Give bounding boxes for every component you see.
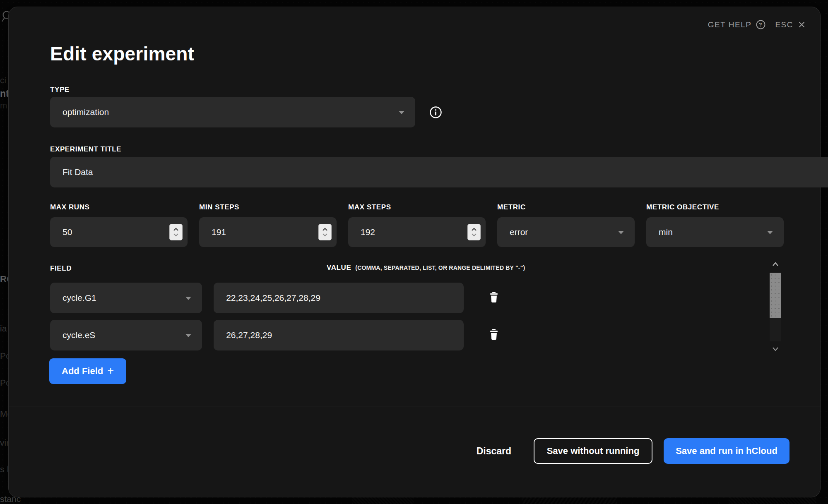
- metric-objective-select[interactable]: min: [646, 217, 784, 247]
- backdrop-plot-texture: [522, 497, 617, 504]
- backdrop-text-fragment: ia: [0, 324, 7, 334]
- max-runs-input[interactable]: [50, 217, 188, 247]
- backdrop-text-fragment: ci: [0, 75, 6, 85]
- svg-text:?: ?: [759, 22, 763, 28]
- delete-field-row-1-button[interactable]: [488, 290, 500, 306]
- params-row: MAX RUNS MIN STEPS: [50, 203, 784, 247]
- add-field-label: Add Field: [62, 366, 103, 377]
- footer-actions: Discard Save without running Save and ru…: [477, 438, 789, 464]
- stepper-arrows-icon: [471, 227, 477, 238]
- value-label-text: VALUE: [327, 264, 351, 272]
- field-row: cycle.eS: [50, 320, 500, 350]
- scroll-up-icon[interactable]: [772, 262, 779, 266]
- field-row: cycle.G1: [50, 283, 500, 313]
- field-select-2-value: cycle.eS: [63, 330, 95, 340]
- trash-icon: [489, 292, 498, 303]
- esc-label: ESC: [775, 20, 793, 29]
- add-field-button[interactable]: Add Field +: [49, 358, 126, 384]
- metric-select-value: error: [510, 227, 528, 237]
- experiment-title-label: EXPERIMENT TITLE: [50, 145, 121, 154]
- value-format-hint: (COMMA, SEPARATED, LIST, OR RANGE DELIMI…: [355, 264, 525, 271]
- type-info-icon[interactable]: [429, 106, 442, 119]
- esc-close-button[interactable]: ESC: [775, 20, 806, 29]
- metric-objective-label: METRIC OBJECTIVE: [646, 203, 784, 211]
- chevron-down-icon: [399, 111, 404, 114]
- max-steps-input[interactable]: [348, 217, 486, 247]
- chevron-down-icon: [767, 231, 773, 234]
- help-circle-icon: ?: [756, 19, 766, 30]
- modal-topbar: GET HELP ? ESC: [708, 19, 806, 30]
- min-steps-input[interactable]: [199, 217, 337, 247]
- save-and-run-button[interactable]: Save and run in hCloud: [664, 438, 789, 464]
- close-icon: [797, 20, 806, 29]
- metric-label: METRIC: [497, 203, 635, 211]
- get-help-label: GET HELP: [708, 20, 752, 29]
- trash-icon: [489, 329, 498, 340]
- stepper-arrows-icon: [322, 227, 328, 238]
- footer-divider: [9, 406, 820, 406]
- field-select-1-value: cycle.G1: [63, 293, 96, 303]
- backdrop-text-fragment: m: [0, 101, 7, 110]
- chevron-down-icon: [185, 334, 191, 337]
- type-label: TYPE: [50, 86, 70, 94]
- max-steps-stepper[interactable]: [467, 224, 481, 240]
- field-value-input-2[interactable]: [214, 320, 464, 350]
- backdrop-plot-texture: [352, 497, 414, 504]
- field-column-label: FIELD: [50, 264, 72, 273]
- metric-objective-select-value: min: [659, 227, 673, 237]
- type-select-value: optimization: [63, 107, 109, 117]
- screen: ci nt m RO ia Po Po Mo vir s N stanc GET…: [0, 0, 828, 504]
- scrollbar-thumb[interactable]: [770, 273, 781, 318]
- backdrop-text-fragment: vir: [0, 438, 9, 448]
- field-select-1[interactable]: cycle.G1: [50, 283, 202, 313]
- min-steps-label: MIN STEPS: [199, 203, 337, 211]
- delete-field-row-2-button[interactable]: [488, 327, 500, 343]
- discard-button[interactable]: Discard: [477, 446, 511, 457]
- backdrop-plot-texture: [729, 497, 816, 504]
- chevron-down-icon: [185, 297, 191, 300]
- experiment-title-input[interactable]: [50, 157, 828, 187]
- max-steps-label: MAX STEPS: [348, 203, 486, 211]
- edit-experiment-modal: GET HELP ? ESC Edit experiment TYPE opti…: [8, 7, 821, 497]
- max-runs-field: MAX RUNS: [50, 203, 188, 247]
- metric-select[interactable]: error: [497, 217, 635, 247]
- metric-field: METRIC error: [497, 203, 635, 247]
- metric-objective-field: METRIC OBJECTIVE min: [646, 203, 784, 247]
- field-list-scrollbar: [770, 262, 781, 351]
- max-runs-label: MAX RUNS: [50, 203, 188, 211]
- min-steps-field: MIN STEPS: [199, 203, 337, 247]
- field-select-2[interactable]: cycle.eS: [50, 320, 202, 350]
- backdrop-text-fragment: nt: [0, 88, 9, 99]
- min-steps-stepper[interactable]: [318, 224, 332, 240]
- get-help-button[interactable]: GET HELP ?: [708, 19, 766, 30]
- type-select[interactable]: optimization: [50, 97, 415, 127]
- field-value-input-1[interactable]: [214, 283, 464, 313]
- max-runs-stepper[interactable]: [169, 224, 183, 240]
- max-steps-field: MAX STEPS: [348, 203, 486, 247]
- scroll-down-icon[interactable]: [772, 347, 779, 351]
- page-title: Edit experiment: [50, 43, 194, 65]
- chevron-down-icon: [618, 231, 624, 234]
- stepper-arrows-icon: [173, 227, 179, 238]
- value-column-label: VALUE (COMMA, SEPARATED, LIST, OR RANGE …: [327, 264, 525, 272]
- save-without-running-button[interactable]: Save without running: [534, 438, 652, 464]
